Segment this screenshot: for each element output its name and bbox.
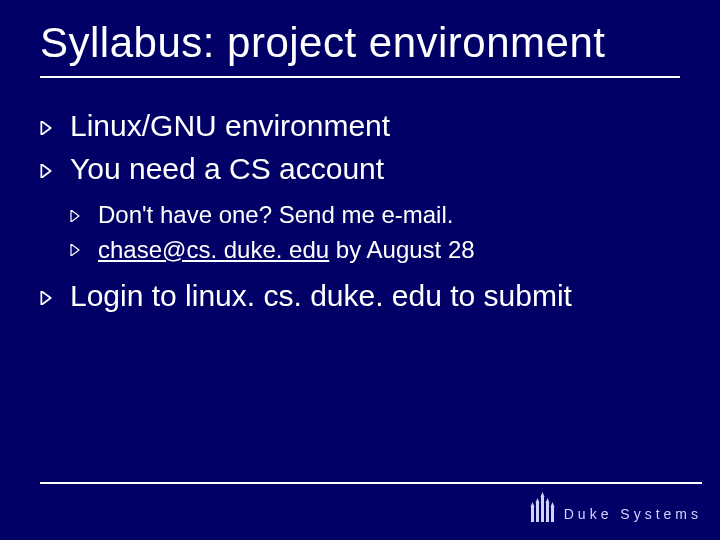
slide-title: Syllabus: project environment xyxy=(40,20,680,78)
email-link[interactable]: chase@cs. duke. edu xyxy=(98,236,329,263)
list-item: Linux/GNU environment xyxy=(40,106,680,147)
chapel-icon xyxy=(528,492,556,522)
bullet-text-tail: by August 28 xyxy=(329,236,474,263)
svg-rect-3 xyxy=(546,502,549,522)
slide: Syllabus: project environment Linux/GNU … xyxy=(0,0,720,540)
list-item: Login to linux. cs. duke. edu to submit xyxy=(40,276,680,317)
footer: Duke Systems xyxy=(40,482,702,522)
svg-rect-0 xyxy=(531,506,534,522)
brand-text: Duke Systems xyxy=(564,507,702,522)
brand-word: Duke xyxy=(564,506,613,522)
bullet-text: You need a CS account xyxy=(70,152,384,185)
footer-rule xyxy=(40,482,702,484)
brand: Duke Systems xyxy=(40,492,702,522)
triangle-bullet-icon xyxy=(40,121,52,135)
sub-bullet-list: Don't have one? Send me e-mail. chase@cs… xyxy=(70,199,680,266)
triangle-bullet-icon xyxy=(70,210,80,222)
brand-word: Systems xyxy=(620,506,702,522)
svg-marker-6 xyxy=(535,498,539,503)
bullet-text: Login to linux. cs. duke. edu to submit xyxy=(70,279,572,312)
svg-marker-9 xyxy=(550,502,554,507)
list-item: Don't have one? Send me e-mail. xyxy=(70,199,680,231)
svg-rect-4 xyxy=(551,506,554,522)
svg-rect-1 xyxy=(536,502,539,522)
svg-marker-8 xyxy=(530,502,534,507)
triangle-bullet-icon xyxy=(40,164,52,178)
svg-marker-5 xyxy=(540,492,544,497)
svg-marker-7 xyxy=(545,498,549,503)
list-item: chase@cs. duke. edu by August 28 xyxy=(70,234,680,266)
triangle-bullet-icon xyxy=(70,244,80,256)
svg-rect-2 xyxy=(541,496,544,522)
bullet-text: Linux/GNU environment xyxy=(70,109,390,142)
list-item: You need a CS account Don't have one? Se… xyxy=(40,149,680,266)
triangle-bullet-icon xyxy=(40,291,52,305)
bullet-list: Linux/GNU environment You need a CS acco… xyxy=(40,106,680,316)
bullet-text: Don't have one? Send me e-mail. xyxy=(98,201,453,228)
